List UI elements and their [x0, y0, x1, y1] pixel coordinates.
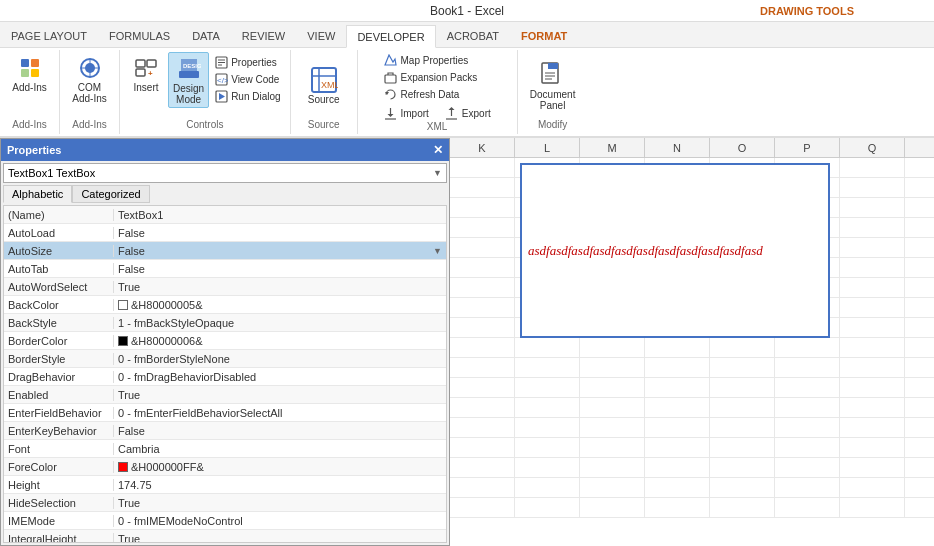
grid-cell[interactable] [840, 318, 905, 337]
tab-alphabetic[interactable]: Alphabetic [3, 185, 72, 203]
grid-cell[interactable] [515, 498, 580, 517]
grid-cell[interactable] [840, 158, 905, 177]
grid-cell[interactable] [450, 358, 515, 377]
tab-page-layout[interactable]: PAGE LAYOUT [0, 25, 98, 47]
tab-categorized[interactable]: Categorized [72, 185, 149, 203]
property-row[interactable]: AutoLoadFalse [4, 224, 446, 242]
grid-cell[interactable] [645, 418, 710, 437]
grid-cell[interactable] [515, 458, 580, 477]
grid-cell[interactable] [840, 438, 905, 457]
property-row[interactable]: IntegralHeightTrue [4, 530, 446, 543]
grid-cell[interactable] [840, 378, 905, 397]
grid-cell[interactable] [450, 418, 515, 437]
tab-view[interactable]: VIEW [296, 25, 346, 47]
grid-cell[interactable] [580, 358, 645, 377]
properties-button[interactable]: Properties [211, 54, 283, 70]
grid-cell[interactable] [775, 398, 840, 417]
grid-cell[interactable] [710, 498, 775, 517]
import-button[interactable]: Import [381, 105, 432, 121]
grid-cell[interactable] [450, 158, 515, 177]
grid-cell[interactable] [450, 438, 515, 457]
textbox-overlay[interactable]: asdfasdfasdfasdfasdfasdfasdfasdfasdfasdf… [520, 163, 830, 338]
grid-cell[interactable] [515, 438, 580, 457]
grid-cell[interactable] [840, 218, 905, 237]
grid-cell[interactable] [580, 418, 645, 437]
property-row[interactable]: EnterKeyBehaviorFalse [4, 422, 446, 440]
grid-cell[interactable] [840, 198, 905, 217]
property-row[interactable]: BorderStyle0 - fmBorderStyleNone [4, 350, 446, 368]
property-row[interactable]: FontCambria [4, 440, 446, 458]
property-row[interactable]: EnterFieldBehavior0 - fmEnterFieldBehavi… [4, 404, 446, 422]
grid-cell[interactable] [710, 358, 775, 377]
grid-cell[interactable] [580, 398, 645, 417]
design-mode-button[interactable]: DESIGN DesignMode [168, 52, 209, 108]
grid-cell[interactable] [710, 338, 775, 357]
grid-cell[interactable] [580, 378, 645, 397]
property-row[interactable]: BackColor&H80000005& [4, 296, 446, 314]
grid-cell[interactable] [450, 478, 515, 497]
property-row[interactable]: AutoTabFalse [4, 260, 446, 278]
grid-cell[interactable] [450, 318, 515, 337]
tab-formulas[interactable]: FORMULAS [98, 25, 181, 47]
view-code-button[interactable]: </> View Code [211, 71, 283, 87]
grid-cell[interactable] [840, 258, 905, 277]
grid-cell[interactable] [450, 198, 515, 217]
tab-acrobat[interactable]: ACROBAT [436, 25, 510, 47]
grid-cell[interactable] [580, 338, 645, 357]
property-row[interactable]: (Name)TextBox1 [4, 206, 446, 224]
grid-cell[interactable] [840, 398, 905, 417]
grid-cell[interactable] [775, 378, 840, 397]
property-row[interactable]: AutoSizeFalse▼ [4, 242, 446, 260]
addins-button[interactable]: Add-Ins [8, 52, 50, 95]
grid-cell[interactable] [840, 478, 905, 497]
grid-cell[interactable] [645, 458, 710, 477]
tab-format[interactable]: FORMAT [510, 25, 578, 47]
source-button[interactable]: XML Source [299, 64, 349, 107]
grid-cell[interactable] [515, 338, 580, 357]
grid-cell[interactable] [710, 458, 775, 477]
property-row[interactable]: HideSelectionTrue [4, 494, 446, 512]
grid-cell[interactable] [840, 178, 905, 197]
grid-cell[interactable] [580, 478, 645, 497]
grid-cell[interactable] [645, 438, 710, 457]
grid-cell[interactable] [840, 298, 905, 317]
grid-cell[interactable] [775, 418, 840, 437]
grid-cell[interactable] [775, 478, 840, 497]
map-properties-button[interactable]: Map Properties [381, 52, 472, 68]
tab-data[interactable]: DATA [181, 25, 231, 47]
properties-close-button[interactable]: ✕ [433, 143, 443, 157]
com-addins-button[interactable]: COMAdd-Ins [68, 52, 110, 106]
grid-cell[interactable] [645, 378, 710, 397]
properties-dropdown[interactable]: TextBox1 TextBox ▼ [3, 163, 447, 183]
grid-cell[interactable] [710, 438, 775, 457]
grid-cell[interactable] [450, 298, 515, 317]
grid-cell[interactable] [515, 378, 580, 397]
grid-cell[interactable] [450, 398, 515, 417]
property-row[interactable]: BorderColor&H80000006& [4, 332, 446, 350]
property-row[interactable]: IMEMode0 - fmIMEModeNoControl [4, 512, 446, 530]
refresh-data-button[interactable]: Refresh Data [381, 86, 463, 102]
grid-cell[interactable] [515, 398, 580, 417]
grid-cell[interactable] [580, 498, 645, 517]
tab-developer[interactable]: DEVELOPER [346, 25, 435, 48]
grid-cell[interactable] [450, 238, 515, 257]
grid-cell[interactable] [450, 278, 515, 297]
grid-cell[interactable] [450, 458, 515, 477]
grid-cell[interactable] [580, 458, 645, 477]
insert-button[interactable]: + Insert [126, 52, 166, 95]
grid-cell[interactable] [775, 498, 840, 517]
grid-cell[interactable] [645, 498, 710, 517]
grid-cell[interactable] [840, 358, 905, 377]
tab-review[interactable]: REVIEW [231, 25, 296, 47]
grid-cell[interactable] [450, 378, 515, 397]
grid-cell[interactable] [710, 418, 775, 437]
grid-cell[interactable] [645, 358, 710, 377]
run-dialog-button[interactable]: Run Dialog [211, 88, 283, 104]
grid-cell[interactable] [775, 458, 840, 477]
property-row[interactable]: ForeColor&H000000FF& [4, 458, 446, 476]
property-row[interactable]: BackStyle1 - fmBackStyleOpaque [4, 314, 446, 332]
grid-cell[interactable] [580, 438, 645, 457]
grid-cell[interactable] [710, 398, 775, 417]
property-row[interactable]: DragBehavior0 - fmDragBehaviorDisabled [4, 368, 446, 386]
grid-cell[interactable] [645, 338, 710, 357]
